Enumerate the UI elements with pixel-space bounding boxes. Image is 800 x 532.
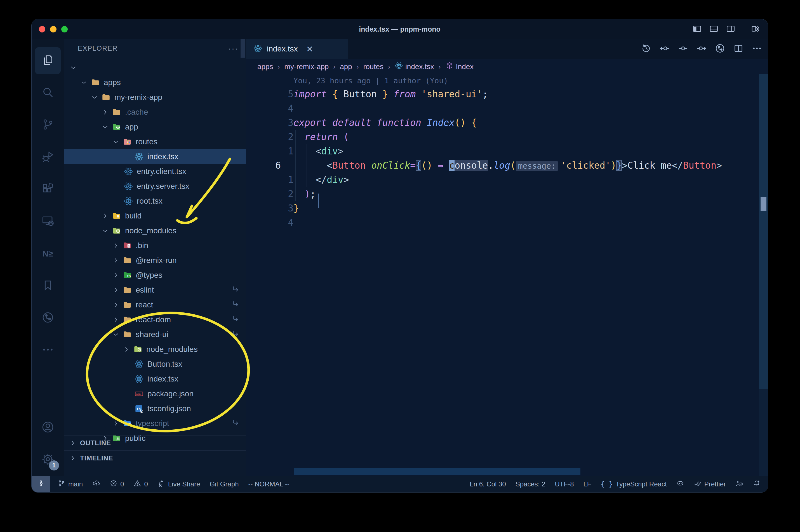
tree-root-pnpm-mono[interactable] [64, 60, 246, 75]
breadcrumb-apps[interactable]: apps [258, 62, 273, 71]
tree-item--types[interactable]: TS@types [64, 268, 246, 283]
status-eol[interactable]: LF [584, 480, 591, 488]
code-line-7[interactable]: 1 </div> [246, 173, 768, 187]
tree-item-react-dom[interactable]: react-dom [64, 312, 246, 327]
line-number-gutter[interactable]: 4 [246, 103, 293, 114]
tree-item-node-modules[interactable]: JSnode_modules [64, 342, 246, 357]
tree-item-entry-client-tsx[interactable]: entry.client.tsx [64, 164, 246, 179]
line-number-gutter[interactable]: 5 [246, 89, 293, 99]
activity-search[interactable] [35, 79, 61, 106]
code-line-9[interactable]: 3} [246, 201, 768, 215]
tree-item-index-tsx[interactable]: index.tsx [64, 149, 246, 164]
activity-git-graph[interactable] [35, 305, 61, 331]
line-number-gutter[interactable]: 2 [246, 189, 293, 200]
tree-item-shared-ui[interactable]: shared-ui [64, 327, 246, 342]
code-line-10[interactable]: 4 [246, 215, 768, 230]
activity-remote-explorer[interactable] [35, 208, 61, 235]
status-notifications[interactable] [753, 479, 761, 489]
split-editor-icon[interactable] [733, 43, 744, 55]
status-copilot[interactable] [677, 479, 684, 489]
tree-item-typescript[interactable]: TStypescript [64, 416, 246, 431]
code-line-2[interactable]: 4 [246, 101, 768, 115]
activity-accounts[interactable] [35, 414, 61, 441]
tree-item-apps[interactable]: apps [64, 75, 246, 90]
breadcrumb-index-tsx[interactable]: index.tsx [395, 61, 434, 72]
line-number-gutter[interactable]: 6 [246, 160, 293, 171]
status-publish[interactable] [92, 479, 100, 489]
outline-section[interactable]: OUTLINE [64, 435, 246, 450]
activity-bookmarks[interactable] [35, 272, 61, 299]
breadcrumb-app[interactable]: app [340, 62, 352, 71]
toggle-primary-sidebar-icon[interactable] [692, 24, 702, 35]
code-line-8[interactable]: 2 ); [246, 187, 768, 201]
tree-item-index-tsx[interactable]: index.tsx [64, 372, 246, 386]
activity-explorer[interactable] [35, 47, 61, 74]
more-actions-icon[interactable] [751, 43, 762, 55]
status-remote-indicator[interactable] [32, 476, 50, 492]
breadcrumb-routes[interactable]: routes [363, 62, 383, 71]
explorer-more-actions-icon[interactable]: ··· [228, 44, 239, 53]
activity-extensions[interactable] [35, 176, 61, 203]
horizontal-scrollbar-thumb[interactable] [294, 468, 580, 475]
code-line-5[interactable]: 1 <div> [246, 144, 768, 158]
current-change-icon[interactable] [678, 43, 688, 55]
status-errors[interactable]: 0 [110, 479, 124, 489]
code-line-6[interactable]: 6 <Button onClick={() ⇒ console.log(mess… [246, 158, 768, 173]
activity-nx-console[interactable]: N≥ [35, 240, 61, 267]
vertical-scrollbar[interactable] [759, 74, 768, 476]
tree-item-node-modules[interactable]: JSnode_modules [64, 223, 246, 238]
line-number-gutter[interactable]: 3 [246, 203, 293, 214]
previous-change-icon[interactable] [659, 43, 670, 55]
line-number-gutter[interactable]: 3 [246, 117, 293, 128]
line-number-gutter[interactable]: 2 [246, 131, 293, 142]
close-tab-icon[interactable]: ✕ [306, 44, 313, 54]
line-number-gutter[interactable]: 1 [246, 146, 293, 157]
tree-item--remix-run[interactable]: @remix-run [64, 253, 246, 268]
next-change-icon[interactable] [696, 43, 707, 55]
line-number-gutter[interactable]: 4 [246, 217, 293, 228]
timeline-section[interactable]: TIMELINE [64, 450, 246, 466]
git-graph-circle-icon[interactable] [715, 43, 725, 55]
tree-item-app[interactable]: app [64, 119, 246, 134]
tab-index-tsx[interactable]: index.tsx ✕ [246, 39, 348, 59]
tree-item-entry-server-tsx[interactable]: entry.server.tsx [64, 179, 246, 193]
tree-item-my-remix-app[interactable]: my-remix-app [64, 90, 246, 104]
activity-more[interactable] [35, 337, 61, 364]
activity-settings[interactable]: 1 [35, 446, 61, 473]
code-line-3[interactable]: 3export default function Index() { [246, 115, 768, 130]
tree-item-package-json[interactable]: npmpackage.json [64, 386, 246, 401]
customize-layout-icon[interactable] [750, 24, 760, 35]
line-number-gutter[interactable]: 1 [246, 174, 293, 185]
tree-item--bin[interactable]: 0110.bin [64, 238, 246, 253]
toggle-panel-icon[interactable] [709, 24, 719, 35]
breadcrumb-index[interactable]: Index [445, 61, 474, 72]
status-vim-mode[interactable]: -- NORMAL -- [248, 480, 289, 488]
tree-item--cache[interactable]: .cache [64, 104, 246, 119]
tree-item-react[interactable]: react [64, 297, 246, 312]
status-prettier[interactable]: Prettier [694, 479, 726, 489]
tree-item-button-tsx[interactable]: Button.tsx [64, 357, 246, 372]
status-git-graph[interactable]: Git Graph [210, 480, 239, 488]
code-line-4[interactable]: 2 return ( [246, 130, 768, 144]
status-encoding[interactable]: UTF-8 [555, 480, 574, 488]
timeline-history-icon[interactable] [641, 43, 651, 55]
tree-item-root-tsx[interactable]: root.tsx [64, 193, 246, 208]
tree-item-eslint[interactable]: eslint [64, 283, 246, 297]
activity-source-control[interactable] [35, 112, 61, 138]
status-git-branch[interactable]: main [58, 479, 83, 489]
tree-item-build[interactable]: build [64, 208, 246, 223]
vertical-scrollbar-thumb[interactable] [759, 74, 768, 390]
breadcrumb-my-remix-app[interactable]: my-remix-app [284, 62, 329, 71]
status-cursor-position[interactable]: Ln 6, Col 30 [470, 480, 506, 488]
status-feedback[interactable] [736, 479, 743, 489]
code-line-1[interactable]: 5import { Button } from 'shared-ui'; [246, 87, 768, 101]
status-language-mode[interactable]: { }TypeScript React [601, 480, 667, 488]
activity-run-debug[interactable] [35, 144, 61, 171]
tree-item-tsconfig-json[interactable]: TStsconfig.json [64, 401, 246, 416]
status-warnings[interactable]: 0 [133, 479, 148, 489]
status-indentation[interactable]: Spaces: 2 [516, 480, 546, 488]
tree-item-routes[interactable]: routes [64, 134, 246, 149]
sidebar-scrollbar[interactable] [241, 39, 245, 58]
status-live-share[interactable]: Live Share [157, 479, 200, 489]
toggle-secondary-sidebar-icon[interactable] [726, 24, 736, 35]
